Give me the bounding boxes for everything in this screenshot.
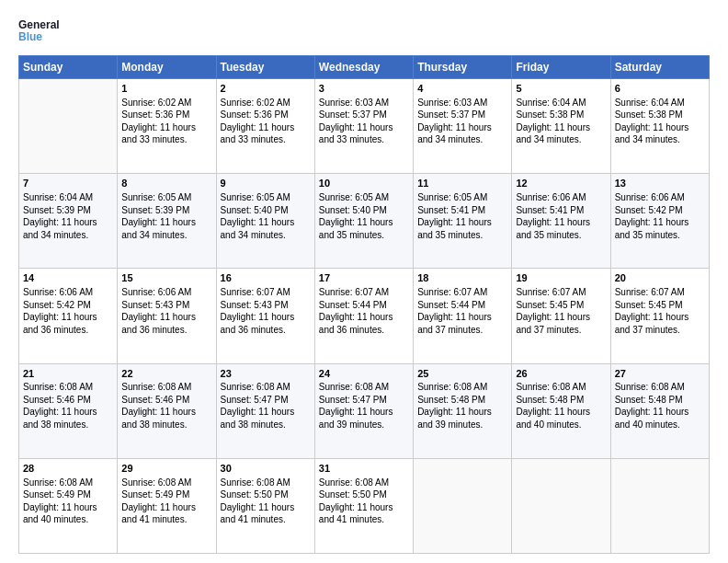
calendar-week-row: 28Sunrise: 6:08 AMSunset: 5:49 PMDayligh… (19, 458, 710, 553)
calendar-cell: 22Sunrise: 6:08 AMSunset: 5:46 PMDayligh… (118, 363, 216, 458)
day-info: Sunrise: 6:06 AM (121, 286, 211, 299)
day-number: 29 (121, 462, 211, 476)
day-info: Daylight: 11 hours (417, 311, 507, 324)
calendar-cell: 26Sunrise: 6:08 AMSunset: 5:48 PMDayligh… (512, 363, 610, 458)
calendar-cell: 3Sunrise: 6:03 AMSunset: 5:37 PMDaylight… (314, 79, 413, 174)
day-info: Daylight: 11 hours (121, 311, 211, 324)
day-info: Sunrise: 6:07 AM (516, 286, 606, 299)
day-number: 7 (23, 177, 113, 190)
calendar-cell: 27Sunrise: 6:08 AMSunset: 5:48 PMDayligh… (610, 363, 709, 458)
day-info: and 33 minutes. (221, 133, 311, 146)
day-info: Sunset: 5:36 PM (121, 109, 211, 121)
day-info: Sunrise: 6:08 AM (121, 381, 211, 394)
day-number: 14 (23, 271, 113, 285)
day-info: and 38 minutes. (23, 419, 113, 431)
day-info: Daylight: 11 hours (221, 501, 311, 514)
day-info: and 37 minutes. (516, 324, 606, 337)
day-info: Sunrise: 6:08 AM (319, 477, 409, 489)
day-info: Daylight: 11 hours (221, 311, 311, 324)
day-info: and 34 minutes. (417, 133, 507, 146)
day-info: Daylight: 11 hours (221, 216, 311, 229)
calendar-header-monday: Monday (118, 56, 216, 79)
day-info: and 35 minutes. (319, 229, 409, 242)
page: General Blue SundayMondayTuesdayWednesda… (0, 0, 728, 563)
day-number: 13 (615, 177, 705, 190)
day-number: 9 (221, 177, 311, 190)
calendar-cell: 19Sunrise: 6:07 AMSunset: 5:45 PMDayligh… (512, 269, 610, 363)
day-info: Daylight: 11 hours (319, 406, 409, 419)
calendar-cell: 17Sunrise: 6:07 AMSunset: 5:44 PMDayligh… (314, 269, 413, 363)
day-number: 2 (221, 82, 311, 96)
day-info: and 36 minutes. (319, 324, 409, 337)
day-info: Sunset: 5:48 PM (516, 394, 606, 407)
day-info: and 33 minutes. (319, 133, 409, 146)
calendar-week-row: 1Sunrise: 6:02 AMSunset: 5:36 PMDaylight… (19, 79, 710, 174)
day-info: and 34 minutes. (121, 229, 211, 242)
calendar-cell (19, 79, 118, 174)
day-info: Sunset: 5:40 PM (221, 204, 311, 217)
calendar-cell: 18Sunrise: 6:07 AMSunset: 5:44 PMDayligh… (414, 269, 512, 363)
calendar-cell: 23Sunrise: 6:08 AMSunset: 5:47 PMDayligh… (216, 363, 314, 458)
calendar-week-row: 14Sunrise: 6:06 AMSunset: 5:42 PMDayligh… (19, 269, 710, 363)
day-info: Sunrise: 6:08 AM (417, 381, 507, 394)
day-info: Daylight: 11 hours (121, 216, 211, 229)
calendar-cell: 11Sunrise: 6:05 AMSunset: 5:41 PMDayligh… (414, 174, 512, 269)
calendar-cell: 2Sunrise: 6:02 AMSunset: 5:36 PMDaylight… (216, 79, 314, 174)
svg-text:General: General (18, 18, 59, 31)
day-info: Daylight: 11 hours (319, 501, 409, 514)
day-number: 22 (121, 367, 211, 381)
day-number: 15 (121, 271, 211, 285)
day-number: 26 (516, 367, 606, 381)
day-number: 25 (417, 367, 507, 381)
calendar-cell: 14Sunrise: 6:06 AMSunset: 5:42 PMDayligh… (19, 269, 118, 363)
calendar-cell: 28Sunrise: 6:08 AMSunset: 5:49 PMDayligh… (19, 458, 118, 553)
calendar-cell: 12Sunrise: 6:06 AMSunset: 5:41 PMDayligh… (512, 174, 610, 269)
day-info: and 37 minutes. (417, 324, 507, 337)
day-info: and 33 minutes. (121, 133, 211, 146)
calendar-cell: 13Sunrise: 6:06 AMSunset: 5:42 PMDayligh… (610, 174, 709, 269)
logo: General Blue (18, 15, 59, 48)
header: General Blue (18, 15, 710, 48)
day-info: and 38 minutes. (221, 419, 311, 431)
day-info: Sunrise: 6:06 AM (23, 286, 113, 299)
day-info: Daylight: 11 hours (23, 216, 113, 229)
day-info: Sunset: 5:40 PM (319, 204, 409, 217)
day-info: Sunset: 5:38 PM (516, 109, 606, 121)
day-info: Sunrise: 6:07 AM (417, 286, 507, 299)
day-info: and 34 minutes. (23, 229, 113, 242)
calendar-cell: 29Sunrise: 6:08 AMSunset: 5:49 PMDayligh… (118, 458, 216, 553)
calendar-cell: 21Sunrise: 6:08 AMSunset: 5:46 PMDayligh… (19, 363, 118, 458)
day-number: 23 (221, 367, 311, 381)
day-info: Daylight: 11 hours (615, 121, 705, 134)
day-info: Daylight: 11 hours (615, 311, 705, 324)
day-info: Sunrise: 6:08 AM (23, 477, 113, 489)
day-info: Sunset: 5:44 PM (417, 299, 507, 312)
day-number: 10 (319, 177, 409, 190)
day-info: Sunset: 5:42 PM (615, 204, 705, 217)
day-info: Sunset: 5:46 PM (121, 394, 211, 407)
day-info: Sunset: 5:50 PM (319, 488, 409, 501)
day-info: Daylight: 11 hours (516, 121, 606, 134)
day-info: and 34 minutes. (615, 133, 705, 146)
day-info: and 41 minutes. (319, 513, 409, 526)
day-info: and 34 minutes. (516, 133, 606, 146)
day-number: 21 (23, 367, 113, 381)
logo-icon: General Blue (18, 15, 59, 48)
day-info: Sunset: 5:49 PM (23, 488, 113, 501)
calendar-cell: 31Sunrise: 6:08 AMSunset: 5:50 PMDayligh… (314, 458, 413, 553)
day-info: Daylight: 11 hours (516, 406, 606, 419)
calendar-header-saturday: Saturday (610, 56, 709, 79)
calendar-cell: 25Sunrise: 6:08 AMSunset: 5:48 PMDayligh… (414, 363, 512, 458)
day-info: Sunset: 5:45 PM (516, 299, 606, 312)
day-info: Sunset: 5:48 PM (615, 394, 705, 407)
day-number: 18 (417, 271, 507, 285)
day-info: Sunrise: 6:08 AM (221, 381, 311, 394)
calendar-cell (414, 458, 512, 553)
day-info: Daylight: 11 hours (23, 501, 113, 514)
day-number: 27 (615, 367, 705, 381)
day-info: Sunrise: 6:04 AM (615, 97, 705, 109)
day-info: Daylight: 11 hours (221, 406, 311, 419)
day-info: Sunrise: 6:08 AM (23, 381, 113, 394)
day-number: 24 (319, 367, 409, 381)
day-info: Sunrise: 6:05 AM (221, 191, 311, 204)
